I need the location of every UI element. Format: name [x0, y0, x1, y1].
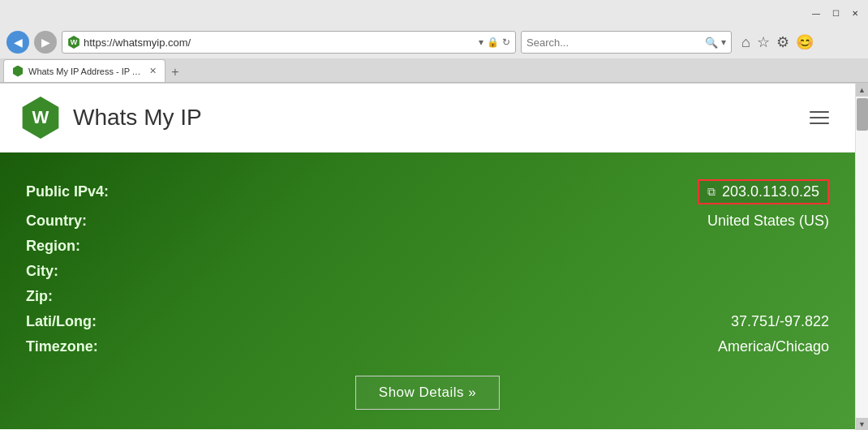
lati-long-value: 37.751/-97.822 — [731, 313, 829, 330]
home-icon[interactable]: ⌂ — [741, 34, 750, 51]
scroll-thumb[interactable] — [857, 98, 868, 131]
search-bar[interactable]: 🔍 ▾ — [521, 31, 732, 54]
close-button[interactable]: ✕ — [849, 6, 862, 19]
toolbar-icons: ⌂ ☆ ⚙ 😊 — [741, 33, 814, 51]
hamburger-line-2 — [810, 117, 829, 118]
navigation-bar: ◀ ▶ W ▾ 🔒 ↻ 🔍 ▾ ⌂ ☆ ⚙ 😊 — [0, 26, 868, 58]
site-title: Whats My IP — [73, 105, 202, 131]
page-content: W Whats My IP Public IPv4: ⧉ 203.0.113.0 — [0, 84, 855, 430]
public-ipv4-value[interactable]: ⧉ 203.0.113.0.25 — [698, 179, 829, 204]
region-label: Region: — [26, 238, 80, 255]
public-ipv4-row: Public IPv4: ⧉ 203.0.113.0.25 — [26, 175, 829, 209]
active-tab[interactable]: Whats My IP Address - IP A... ✕ — [3, 59, 165, 82]
scroll-down-button[interactable]: ▼ — [856, 418, 869, 430]
timezone-label: Timezone: — [26, 338, 98, 355]
country-row: Country: United States (US) — [26, 209, 829, 234]
ipv4-address: 203.0.113.0.25 — [722, 183, 819, 200]
lati-long-label: Lati/Long: — [26, 313, 97, 330]
city-row: City: — [26, 259, 829, 284]
scrollbar[interactable]: ▲ ▼ — [855, 84, 868, 430]
logo-letter: W — [32, 107, 49, 128]
site-favicon: W — [67, 36, 80, 49]
timezone-row: Timezone: America/Chicago — [26, 334, 829, 359]
refresh-icon[interactable]: ↻ — [502, 37, 510, 48]
back-icon: ◀ — [14, 36, 23, 49]
ip-info-section: Public IPv4: ⧉ 203.0.113.0.25 Country: U… — [0, 153, 855, 429]
timezone-value: America/Chicago — [718, 338, 829, 355]
new-tab-button[interactable]: + — [165, 62, 185, 82]
hamburger-line-3 — [810, 123, 829, 124]
title-bar: — ☐ ✕ — [0, 0, 868, 26]
region-row: Region: — [26, 234, 829, 259]
tab-label: Whats My IP Address - IP A... — [28, 67, 141, 76]
site-logo: W — [19, 97, 62, 139]
user-icon[interactable]: 😊 — [796, 33, 814, 51]
minimize-button[interactable]: — — [810, 6, 823, 19]
address-bar-icons: ▾ 🔒 ↻ — [479, 37, 510, 48]
site-header: W Whats My IP — [0, 84, 855, 153]
search-input[interactable] — [526, 37, 702, 49]
ip-table: Public IPv4: ⧉ 203.0.113.0.25 Country: U… — [26, 175, 829, 359]
address-bar[interactable]: W ▾ 🔒 ↻ — [62, 31, 516, 54]
show-details-button[interactable]: Show Details » — [355, 376, 500, 410]
copy-icon[interactable]: ⧉ — [707, 185, 715, 199]
scroll-up-button[interactable]: ▲ — [856, 84, 869, 97]
maximize-button[interactable]: ☐ — [829, 6, 842, 19]
tab-favicon — [12, 66, 24, 77]
show-details-area: Show Details » — [26, 376, 829, 410]
lati-long-row: Lati/Long: 37.751/-97.822 — [26, 309, 829, 334]
address-input[interactable] — [84, 37, 475, 49]
hamburger-line-1 — [810, 111, 829, 113]
window-controls: — ☐ ✕ — [810, 6, 862, 19]
settings-icon[interactable]: ⚙ — [776, 33, 789, 51]
public-ipv4-label: Public IPv4: — [26, 183, 109, 200]
ipv4-value-box[interactable]: ⧉ 203.0.113.0.25 — [698, 179, 829, 204]
search-icon[interactable]: 🔍 — [705, 37, 718, 49]
lock-icon: 🔒 — [487, 37, 499, 48]
dropdown-icon[interactable]: ▾ — [479, 37, 483, 48]
search-dropdown-icon[interactable]: ▾ — [721, 37, 726, 48]
site-logo-area: W Whats My IP — [19, 97, 202, 139]
back-button[interactable]: ◀ — [6, 31, 29, 54]
city-label: City: — [26, 263, 58, 280]
zip-label: Zip: — [26, 288, 53, 305]
hamburger-menu-button[interactable] — [803, 105, 836, 131]
star-icon[interactable]: ☆ — [757, 33, 770, 51]
zip-row: Zip: — [26, 284, 829, 309]
tab-close-button[interactable]: ✕ — [149, 66, 157, 76]
country-value: United States (US) — [707, 213, 829, 230]
tab-bar: Whats My IP Address - IP A... ✕ + — [0, 58, 868, 83]
country-label: Country: — [26, 213, 87, 230]
forward-button[interactable]: ▶ — [34, 31, 57, 54]
forward-icon: ▶ — [41, 36, 50, 49]
